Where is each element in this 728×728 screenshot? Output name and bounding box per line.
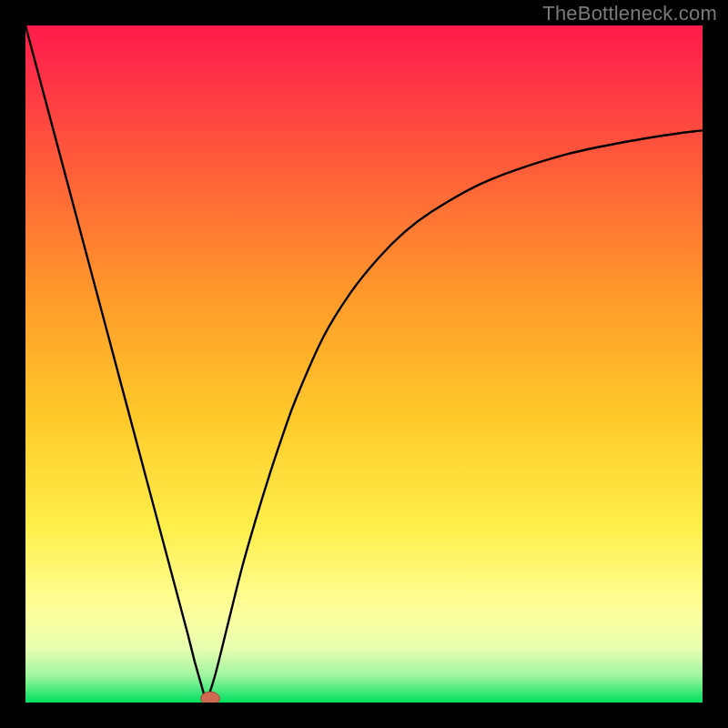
gradient-background <box>25 25 703 703</box>
plot-area <box>25 25 703 703</box>
chart-frame: TheBottleneck.com <box>0 0 728 728</box>
bottleneck-chart <box>25 25 703 703</box>
watermark-text: TheBottleneck.com <box>542 2 717 25</box>
minimum-marker <box>201 692 220 703</box>
